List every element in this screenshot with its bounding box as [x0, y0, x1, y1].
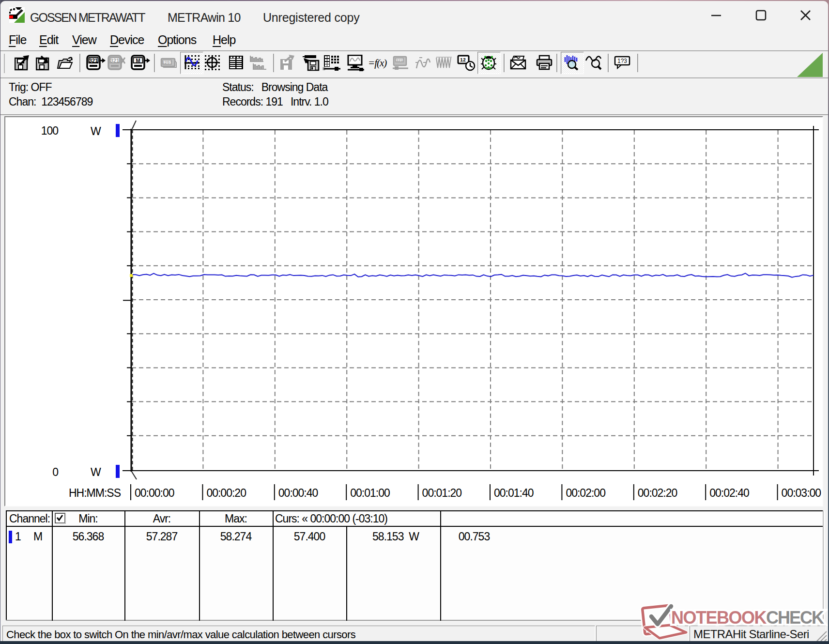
svg-text:00:02:20: 00:02:20: [638, 487, 677, 499]
svg-text:00:02:00: 00:02:00: [566, 487, 605, 499]
svg-text:100: 100: [41, 124, 59, 137]
svg-text:W: W: [91, 466, 101, 478]
svg-text:HH:MM:SS: HH:MM:SS: [69, 487, 121, 499]
svg-text:W: W: [91, 125, 101, 138]
svg-text:00:00:40: 00:00:40: [278, 487, 318, 499]
svg-text:00:00:00: 00:00:00: [135, 487, 174, 499]
svg-text:00:03:00: 00:03:00: [782, 487, 821, 499]
svg-text:00:01:20: 00:01:20: [422, 487, 462, 499]
svg-text:00:00:20: 00:00:20: [206, 487, 246, 499]
svg-text:NOTEBOOKCHECK: NOTEBOOKCHECK: [671, 608, 824, 628]
svg-text:00:02:40: 00:02:40: [709, 487, 749, 499]
svg-text:00:01:00: 00:01:00: [350, 487, 390, 499]
svg-text:00:01:40: 00:01:40: [494, 487, 534, 499]
svg-text:0: 0: [52, 466, 58, 478]
